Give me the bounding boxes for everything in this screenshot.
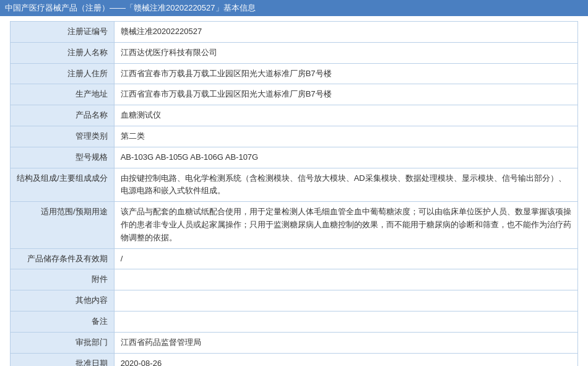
table-row: 批准日期2020-08-26 <box>11 353 578 366</box>
row-value: AB-103G AB-105G AB-106G AB-107G <box>114 147 577 168</box>
table-row: 型号规格AB-103G AB-105G AB-106G AB-107G <box>11 147 578 168</box>
info-table: 注册证编号赣械注准20202220527注册人名称江西达优医疗科技有限公司注册人… <box>10 21 578 366</box>
title-bar: 中国产医疗器械产品（注册）——「赣械注准20202220527」基本信息 <box>0 0 588 16</box>
table-row: 结构及组成/主要组成成分由按键控制电路、电化学检测系统（含检测模块、信号放大模块… <box>11 168 578 202</box>
table-row: 产品名称血糖测试仪 <box>11 105 578 126</box>
row-value: 2020-08-26 <box>114 353 577 366</box>
table-row: 生产地址江西省宜春市万载县万载工业园区阳光大道标准厂房B7号楼 <box>11 84 578 105</box>
row-value: 血糖测试仪 <box>114 105 577 126</box>
table-row: 其他内容 <box>11 290 578 312</box>
row-label: 结构及组成/主要组成成分 <box>11 168 115 202</box>
main-content: 注册证编号赣械注准20202220527注册人名称江西达优医疗科技有限公司注册人… <box>0 16 588 366</box>
row-value: 江西省宜春市万载县万载工业园区阳光大道标准厂房B7号楼 <box>114 84 577 105</box>
row-value <box>114 269 577 290</box>
row-label: 注册证编号 <box>11 22 115 43</box>
table-row: 注册证编号赣械注准20202220527 <box>11 22 578 43</box>
table-row: 产品储存条件及有效期/ <box>11 248 578 269</box>
table-row: 管理类别第二类 <box>11 126 578 147</box>
row-value: 该产品与配套的血糖试纸配合使用，用于定量检测人体毛细血管全血中葡萄糖浓度；可以由… <box>114 202 577 248</box>
row-label: 生产地址 <box>11 84 115 105</box>
row-value: / <box>114 248 577 269</box>
row-label: 产品储存条件及有效期 <box>11 248 115 269</box>
row-label: 型号规格 <box>11 147 115 168</box>
row-value <box>114 311 577 332</box>
row-label: 产品名称 <box>11 105 115 126</box>
row-value: 江西省宜春市万载县万载工业园区阳光大道标准厂房B7号楼 <box>114 63 577 84</box>
row-value: 江西省药品监督管理局 <box>114 332 577 353</box>
table-row: 备注 <box>11 311 578 332</box>
row-value: 由按键控制电路、电化学检测系统（含检测模块、信号放大模块、AD采集模块、数据处理… <box>114 168 577 202</box>
row-value: 江西达优医疗科技有限公司 <box>114 42 577 63</box>
row-label: 适用范围/预期用途 <box>11 202 115 248</box>
row-label: 备注 <box>11 311 115 332</box>
table-row: 注册人名称江西达优医疗科技有限公司 <box>11 42 578 63</box>
table-row: 审批部门江西省药品监督管理局 <box>11 332 578 353</box>
row-label: 批准日期 <box>11 353 115 366</box>
row-label: 审批部门 <box>11 332 115 353</box>
table-row: 适用范围/预期用途该产品与配套的血糖试纸配合使用，用于定量检测人体毛细血管全血中… <box>11 202 578 248</box>
row-label: 注册人住所 <box>11 63 115 84</box>
row-label: 附件 <box>11 269 115 290</box>
row-value <box>114 290 577 312</box>
table-row: 注册人住所江西省宜春市万载县万载工业园区阳光大道标准厂房B7号楼 <box>11 63 578 84</box>
row-label: 注册人名称 <box>11 42 115 63</box>
row-label: 管理类别 <box>11 126 115 147</box>
row-value: 赣械注准20202220527 <box>114 22 577 43</box>
row-label: 其他内容 <box>11 290 115 312</box>
row-value: 第二类 <box>114 126 577 147</box>
table-row: 附件 <box>11 269 578 290</box>
title-text: 中国产医疗器械产品（注册）——「赣械注准20202220527」基本信息 <box>5 2 256 14</box>
